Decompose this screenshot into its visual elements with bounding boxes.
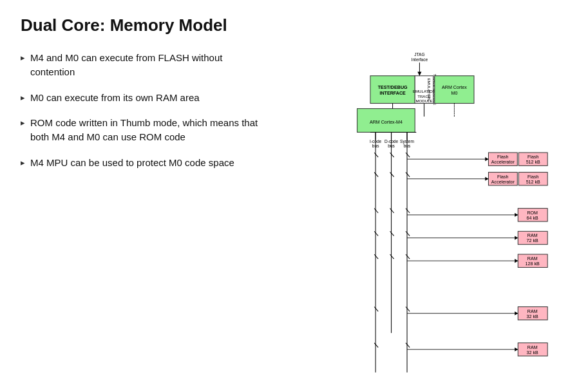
bullet-item: ▸M4 and M0 can execute from FLASH withou… xyxy=(21,51,265,79)
svg-line-89 xyxy=(406,307,410,312)
bullet-arrow-icon: ▸ xyxy=(21,117,25,129)
svg-marker-49 xyxy=(485,177,488,181)
svg-text:ARM Cortex: ARM Cortex xyxy=(442,85,467,90)
svg-line-66 xyxy=(406,209,410,213)
page-title: Dual Core: Memory Model xyxy=(21,15,567,35)
svg-text:Flash: Flash xyxy=(497,174,508,180)
svg-marker-76 xyxy=(515,259,518,263)
svg-line-95 xyxy=(374,343,378,348)
bullet-item: ▸ROM code written in Thumb mode, which m… xyxy=(21,116,265,144)
bullet-text: M4 MPU can be used to protect M0 code sp… xyxy=(30,156,234,170)
svg-marker-60 xyxy=(515,213,518,217)
diagram-area: JTAG Interface Trace Port TEST/DEBUG INT… xyxy=(278,51,567,385)
svg-text:ARM Cortex-M4: ARM Cortex-M4 xyxy=(370,120,403,125)
svg-text:RAM: RAM xyxy=(527,309,538,314)
svg-text:ROM: ROM xyxy=(527,211,538,216)
svg-line-96 xyxy=(406,343,410,348)
content-area: ▸M4 and M0 can execute from FLASH withou… xyxy=(21,51,567,385)
svg-text:EMULATION: EMULATION xyxy=(413,89,435,93)
svg-text:64 kB: 64 kB xyxy=(527,216,538,221)
svg-line-64 xyxy=(374,209,378,213)
svg-text:Flash: Flash xyxy=(497,155,508,160)
svg-text:32 kB: 32 kB xyxy=(527,314,538,319)
svg-line-57 xyxy=(390,173,394,177)
svg-line-58 xyxy=(406,173,410,177)
svg-text:RAM: RAM xyxy=(527,256,538,261)
svg-line-65 xyxy=(390,209,394,213)
svg-text:Flash: Flash xyxy=(527,155,538,160)
svg-text:M0: M0 xyxy=(451,91,457,96)
bullet-text: M4 and M0 can execute from FLASH without… xyxy=(30,51,265,79)
bullet-item: ▸M0 can execute from its own RAM area xyxy=(21,91,265,105)
svg-text:512 kB: 512 kB xyxy=(526,180,540,185)
svg-text:512 kB: 512 kB xyxy=(526,160,540,165)
svg-text:32 kB: 32 kB xyxy=(527,350,538,355)
svg-marker-68 xyxy=(515,236,518,239)
svg-line-74 xyxy=(406,231,410,236)
svg-text:RAM: RAM xyxy=(527,233,538,238)
svg-text:128 kB: 128 kB xyxy=(526,261,540,267)
svg-line-46 xyxy=(390,153,394,157)
svg-line-88 xyxy=(374,307,378,312)
bullet-list: ▸M4 and M0 can execute from FLASH withou… xyxy=(21,51,265,385)
svg-text:Flash: Flash xyxy=(527,174,538,180)
svg-text:INTERFACE: INTERFACE xyxy=(379,91,406,96)
svg-line-81 xyxy=(390,254,394,259)
svg-text:TEST/DEBUG: TEST/DEBUG xyxy=(378,85,408,90)
svg-text:Interface: Interface xyxy=(412,57,428,62)
svg-line-72 xyxy=(374,231,378,236)
svg-line-73 xyxy=(390,231,394,236)
svg-line-47 xyxy=(406,153,410,157)
svg-text:JTAG: JTAG xyxy=(414,52,424,57)
bullet-text: ROM code written in Thumb mode, which me… xyxy=(30,116,265,144)
bullet-arrow-icon: ▸ xyxy=(21,92,25,104)
bullet-text: M0 can execute from its own RAM area xyxy=(30,91,200,105)
svg-line-82 xyxy=(406,254,410,259)
svg-marker-38 xyxy=(485,157,488,161)
svg-text:RAM: RAM xyxy=(527,345,538,350)
svg-line-56 xyxy=(374,173,378,177)
bullet-arrow-icon: ▸ xyxy=(21,157,25,169)
svg-text:TRACE: TRACE xyxy=(417,94,431,99)
svg-text:72 kB: 72 kB xyxy=(527,238,538,243)
bullet-item: ▸M4 MPU can be used to protect M0 code s… xyxy=(21,156,265,170)
svg-marker-84 xyxy=(515,312,518,315)
svg-marker-91 xyxy=(515,348,518,352)
svg-text:MODULE: MODULE xyxy=(415,99,432,103)
svg-text:Accelerator: Accelerator xyxy=(491,180,515,185)
svg-text:Accelerator: Accelerator xyxy=(491,160,515,165)
bullet-arrow-icon: ▸ xyxy=(21,52,25,64)
svg-marker-3 xyxy=(417,72,421,76)
svg-line-80 xyxy=(374,254,378,259)
svg-line-45 xyxy=(374,153,378,157)
